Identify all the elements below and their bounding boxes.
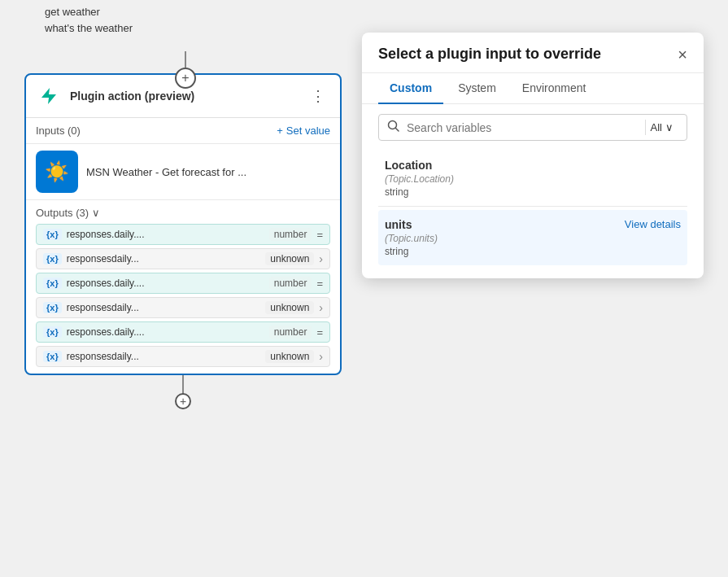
var-badge-1: {x} [43, 229, 62, 240]
equals-5: = [316, 326, 323, 339]
trigger-phrase-2: what's the weather [45, 20, 133, 37]
panel-tabs: Custom System Environment [362, 73, 704, 104]
tab-custom[interactable]: Custom [378, 73, 443, 104]
equals-3: = [316, 278, 323, 290]
set-value-plus-icon: + [277, 125, 283, 137]
output-row-3: {x} responses.daily.... number = [36, 273, 330, 294]
variable-type-units: string [385, 246, 438, 257]
search-icon [387, 120, 400, 135]
output-row-2[interactable]: {x} responsesdaily... unknown › [36, 248, 330, 269]
outputs-chevron-icon: ∨ [92, 207, 100, 219]
svg-line-1 [396, 129, 399, 132]
panel-header: Select a plugin input to override × [362, 33, 704, 73]
var-name-3: responses.daily.... [67, 278, 264, 289]
variable-path-location: (Topic.Location) [385, 173, 454, 185]
variable-name-location: Location [385, 159, 454, 172]
card-menu-button[interactable]: ⋮ [306, 85, 330, 107]
var-name-4: responsesdaily... [67, 302, 261, 313]
output-row-6[interactable]: {x} responsesdaily... unknown › [36, 346, 330, 367]
variable-item-location-header: Location (Topic.Location) string [385, 159, 681, 198]
card-title: Plugin action (preview) [70, 90, 298, 103]
output-row-1: {x} responses.daily.... number = [36, 224, 330, 245]
variable-list: Location (Topic.Location) string units (… [362, 151, 704, 278]
output-row-5: {x} responses.daily.... number = [36, 321, 330, 343]
set-value-label: Set value [286, 125, 330, 137]
inputs-label: Inputs (0) [36, 125, 81, 137]
tab-system[interactable]: System [447, 73, 508, 104]
add-node-button[interactable]: + [175, 68, 196, 89]
inputs-section: Inputs (0) + Set value [26, 118, 340, 144]
variable-divider [378, 206, 687, 207]
set-value-button[interactable]: + Set value [277, 125, 330, 137]
view-details-button[interactable]: View details [625, 218, 681, 230]
panel-title: Select a plugin input to override [378, 46, 601, 63]
unknown-badge-2: unknown [265, 252, 314, 265]
bottom-add-button[interactable]: + [175, 393, 191, 409]
variable-item-units-header: units (Topic.units) string View details [385, 218, 681, 257]
variable-type-location: string [385, 186, 454, 198]
output-row-4[interactable]: {x} responsesdaily... unknown › [36, 297, 330, 318]
trigger-phrase-1: get weather [45, 4, 133, 20]
trigger-phrases-container: get weather what's the weather [45, 4, 133, 36]
type-badge-5: number [269, 326, 312, 339]
type-badge-3: number [269, 277, 312, 290]
variable-path-units: (Topic.units) [385, 233, 438, 244]
connector-line-top [185, 51, 186, 68]
tab-environment[interactable]: Environment [511, 73, 598, 104]
chevron-right-4: › [319, 301, 323, 314]
plugin-item: ☀️ MSN Weather - Get forecast for ... [26, 144, 340, 200]
variable-item-units[interactable]: units (Topic.units) string View details [378, 210, 687, 265]
filter-label: All [651, 121, 662, 133]
outputs-section: Outputs (3) ∨ {x} responses.daily.... nu… [26, 200, 340, 374]
unknown-badge-4: unknown [265, 301, 314, 314]
var-badge-6: {x} [43, 351, 62, 362]
var-badge-4: {x} [43, 302, 62, 313]
var-name-6: responsesdaily... [67, 351, 261, 362]
filter-button[interactable]: All ∨ [645, 120, 678, 135]
search-input[interactable] [407, 121, 639, 134]
plugin-service-icon: ☀️ [36, 151, 78, 193]
plugin-icon [36, 83, 62, 109]
plugin-name: MSN Weather - Get forecast for ... [86, 166, 246, 178]
close-button[interactable]: × [678, 46, 687, 63]
equals-1: = [316, 229, 323, 241]
outputs-label[interactable]: Outputs (3) ∨ [36, 207, 330, 219]
var-badge-3: {x} [43, 278, 62, 289]
variable-item-location[interactable]: Location (Topic.Location) string [378, 151, 687, 206]
var-name-1: responses.daily.... [67, 229, 264, 240]
var-badge-2: {x} [43, 253, 62, 264]
chevron-right-2: › [319, 252, 323, 265]
var-name-5: responses.daily.... [67, 326, 264, 338]
flow-card: Plugin action (preview) ⋮ Inputs (0) + S… [24, 73, 342, 375]
variable-name-units: units [385, 218, 438, 231]
var-badge-5: {x} [43, 326, 62, 338]
chevron-right-6: › [319, 350, 323, 363]
var-name-2: responsesdaily... [67, 253, 261, 264]
overlay-panel: Select a plugin input to override × Cust… [362, 33, 704, 278]
unknown-badge-6: unknown [265, 350, 314, 363]
filter-chevron-icon: ∨ [665, 121, 674, 133]
search-bar: All ∨ [378, 114, 687, 141]
type-badge-1: number [269, 228, 312, 241]
